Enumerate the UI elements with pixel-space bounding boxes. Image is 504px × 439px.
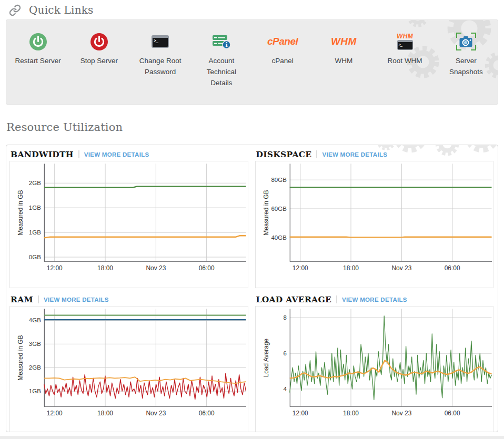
- svg-text:12:00: 12:00: [47, 264, 63, 272]
- svg-text:2GB: 2GB: [29, 180, 41, 186]
- quick-links-header: Quick Links: [0, 0, 504, 19]
- chart-title: BANDWIDTH: [11, 149, 74, 159]
- svg-text:8: 8: [283, 314, 286, 321]
- terminal-icon: >_: [152, 35, 169, 48]
- svg-text:06:00: 06:00: [444, 264, 460, 272]
- ram-chart-card: RAM VIEW MORE DETAILS 12:0018:00Nov 2306…: [9, 293, 248, 432]
- svg-text:12:00: 12:00: [47, 410, 63, 417]
- charts-grid: BANDWIDTH VIEW MORE DETAILS 12:0018:00No…: [6, 145, 498, 432]
- header-divider: [38, 295, 39, 303]
- resource-utilization-title: Resource Utilization: [6, 121, 504, 134]
- chart-canvas: 12:0018:00Nov 2306:00468Load Average: [255, 306, 494, 432]
- quick-link-stop-server[interactable]: Stop Server: [68, 31, 129, 104]
- whm-logo: WHM: [331, 36, 357, 47]
- svg-text:4: 4: [283, 386, 287, 392]
- quick-link-account-technical-details[interactable]: i Account Technical Details: [191, 31, 252, 104]
- svg-text:Measured in GB: Measured in GB: [17, 335, 24, 380]
- quick-link-whm[interactable]: WHM WHM: [313, 31, 374, 104]
- quick-link-restart-server[interactable]: Restart Server: [7, 31, 68, 104]
- svg-text:12:00: 12:00: [292, 410, 308, 417]
- svg-text:1GB: 1GB: [29, 388, 41, 394]
- diskspace-chart-card: DISKSPACE VIEW MORE DETAILS 12:0018:00No…: [255, 148, 494, 288]
- chart-canvas: 12:0018:00Nov 2306:0040GB60GB80GBMeasure…: [255, 161, 494, 288]
- quick-links-title: Quick Links: [29, 4, 94, 16]
- svg-text:3GB: 3GB: [29, 341, 41, 347]
- stop-power-icon: [90, 33, 108, 50]
- quick-link-label: Stop Server: [75, 55, 123, 66]
- svg-text:i: i: [225, 42, 227, 48]
- svg-text:1GB: 1GB: [29, 229, 41, 236]
- chart-title: DISKSPACE: [256, 149, 312, 159]
- page-background-strip: [0, 436, 504, 439]
- svg-text:0GB: 0GB: [29, 254, 41, 260]
- svg-text:Nov 23: Nov 23: [146, 264, 166, 272]
- quick-link-label: Server Snapshots: [442, 55, 490, 77]
- chart-title: RAM: [11, 294, 33, 304]
- svg-text:06:00: 06:00: [199, 264, 215, 272]
- svg-text:6: 6: [283, 350, 286, 356]
- chart-canvas: 12:0018:00Nov 2306:000GB1GB1GB2GBMeasure…: [9, 161, 248, 288]
- svg-text:06:00: 06:00: [444, 410, 460, 417]
- quick-link-cpanel[interactable]: cPanel cPanel: [252, 31, 313, 104]
- quick-link-label: cPanel: [258, 55, 307, 66]
- link-icon: [9, 4, 21, 16]
- quick-links-panel: Restart Server Stop Server >_ Change Roo…: [6, 19, 498, 105]
- cpanel-logo: cPanel: [267, 36, 298, 47]
- quick-link-label: Root WHM: [381, 55, 429, 66]
- svg-text:18:00: 18:00: [97, 264, 113, 272]
- quick-link-label: Restart Server: [14, 55, 62, 66]
- view-more-details-link[interactable]: VIEW MORE DETAILS: [322, 151, 387, 158]
- server-info-icon: i: [212, 35, 231, 49]
- svg-text:Nov 23: Nov 23: [391, 264, 411, 272]
- svg-text:18:00: 18:00: [343, 264, 359, 272]
- svg-text:60GB: 60GB: [271, 206, 287, 212]
- quick-link-label: WHM: [319, 55, 368, 66]
- bandwidth-chart-card: BANDWIDTH VIEW MORE DETAILS 12:0018:00No…: [9, 148, 248, 288]
- svg-text:18:00: 18:00: [343, 410, 359, 417]
- resource-utilization-panel: BANDWIDTH VIEW MORE DETAILS 12:0018:00No…: [6, 145, 498, 432]
- header-divider: [78, 150, 79, 158]
- svg-text:06:00: 06:00: [199, 410, 215, 417]
- header-divider: [336, 295, 337, 303]
- whm-terminal-icon: WHM >_: [397, 34, 414, 50]
- quick-link-server-snapshots[interactable]: Server Snapshots: [436, 31, 497, 104]
- svg-text:Nov 23: Nov 23: [146, 410, 166, 417]
- svg-text:40GB: 40GB: [271, 234, 287, 241]
- svg-text:18:00: 18:00: [97, 410, 113, 417]
- quick-link-change-root-password[interactable]: >_ Change Root Password: [130, 31, 191, 104]
- restart-power-icon: [29, 33, 47, 50]
- svg-text:Measured in GB: Measured in GB: [17, 190, 24, 235]
- load-average-chart-card: LOAD AVERAGE VIEW MORE DETAILS 12:0018:0…: [255, 293, 494, 432]
- svg-text:2GB: 2GB: [29, 364, 41, 371]
- view-more-details-link[interactable]: VIEW MORE DETAILS: [342, 297, 407, 303]
- svg-text:80GB: 80GB: [271, 177, 287, 183]
- chart-canvas: 12:0018:00Nov 2306:001GB2GB3GB4GBMeasure…: [9, 306, 248, 432]
- quick-link-label: Account Technical Details: [197, 55, 246, 88]
- camera-snapshot-icon: [456, 33, 476, 50]
- svg-text:4GB: 4GB: [29, 317, 41, 323]
- quick-link-root-whm[interactable]: WHM >_ Root WHM: [375, 31, 436, 104]
- header-divider: [316, 150, 317, 158]
- svg-text:Nov 23: Nov 23: [391, 410, 411, 417]
- view-more-details-link[interactable]: VIEW MORE DETAILS: [84, 151, 149, 158]
- svg-text:1GB: 1GB: [29, 205, 41, 211]
- quick-link-label: Change Root Password: [136, 55, 185, 77]
- svg-text:12:00: 12:00: [292, 264, 308, 272]
- chart-title: LOAD AVERAGE: [256, 294, 332, 304]
- svg-text:Load Average: Load Average: [262, 338, 269, 377]
- svg-text:Measured in GB: Measured in GB: [262, 190, 269, 235]
- view-more-details-link[interactable]: VIEW MORE DETAILS: [44, 297, 109, 303]
